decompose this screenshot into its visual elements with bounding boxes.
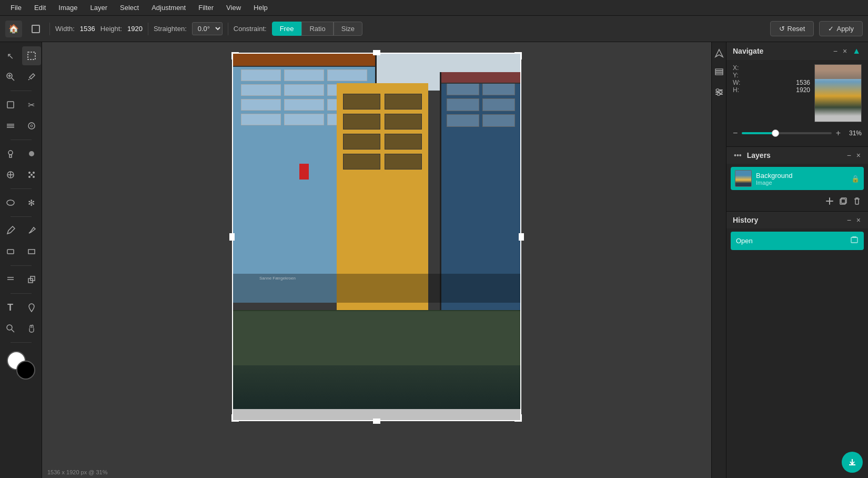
apply-button[interactable]: ✓ Apply [819, 21, 863, 36]
straighten-dropdown[interactable]: 0.0° 15° 45° [192, 22, 223, 35]
navigate-arrow-icon[interactable]: ▲ [851, 46, 862, 56]
spot-heal-tool[interactable] [22, 116, 41, 135]
menu-edit[interactable]: Edit [29, 3, 51, 13]
zoom-tool[interactable] [1, 67, 20, 86]
brush-tool[interactable] [22, 144, 41, 163]
crop-handle-tl[interactable] [231, 52, 239, 59]
select-tool[interactable]: ↖ [1, 46, 20, 65]
history-minimize[interactable]: − [846, 216, 852, 224]
history-close[interactable]: × [855, 216, 862, 224]
crop-handle-tm[interactable] [373, 50, 380, 55]
crop-handle-bm[interactable] [373, 419, 380, 424]
navigate-title: Navigate [733, 47, 763, 55]
adjustments-panel-icon[interactable] [714, 87, 724, 98]
eyedropper-tool[interactable] [22, 67, 41, 86]
height-label: Height: [100, 25, 122, 33]
navigate-close[interactable]: × [842, 46, 848, 56]
crop-tool[interactable] [1, 95, 20, 114]
photo-storefront: Sanne Færgekroen [233, 274, 520, 303]
menu-help[interactable]: Help [248, 3, 273, 13]
scissors-tool[interactable]: ✂ [22, 95, 41, 114]
smudge-tool[interactable] [1, 116, 20, 135]
menu-filter[interactable]: Filter [193, 3, 219, 13]
menu-file[interactable]: File [5, 3, 27, 13]
dropper-2-tool[interactable] [22, 298, 41, 317]
eraser-tool[interactable] [1, 242, 20, 261]
svg-point-20 [33, 172, 35, 174]
pencil-tool[interactable] [1, 221, 20, 240]
tool-row-5 [1, 144, 41, 163]
layers-footer [726, 193, 868, 211]
canvas-area[interactable]: Sanne Færgekroen 1536 x 1920 px @ 31% [42, 42, 711, 478]
history-item-open[interactable]: Open [731, 232, 864, 250]
duplicate-layer-button[interactable] [839, 196, 848, 208]
menu-select[interactable]: Select [115, 3, 144, 13]
crop-handle-ml[interactable] [229, 233, 235, 241]
crop-handle-bl[interactable] [231, 414, 239, 422]
shape-rect-tool[interactable] [22, 242, 41, 261]
layers-minimize[interactable]: − [846, 151, 852, 160]
crop-handle-tr[interactable] [514, 52, 522, 59]
svg-point-22 [33, 176, 35, 178]
tool-sep-7 [11, 342, 32, 343]
crop-handle-mr[interactable] [519, 233, 524, 241]
constraint-ratio[interactable]: Ratio [301, 22, 333, 36]
history-actions: − × [846, 216, 862, 224]
constraint-free[interactable]: Free [272, 22, 302, 36]
background-color[interactable] [16, 361, 35, 380]
layer-info: Background Image [756, 172, 847, 186]
menu-layer[interactable]: Layer [85, 3, 113, 13]
zoom-tool-2[interactable] [1, 319, 20, 338]
delete-layer-button[interactable] [852, 196, 862, 208]
tool-sep-5 [11, 265, 32, 266]
add-layer-button[interactable] [825, 196, 834, 208]
text-tool[interactable]: T [1, 298, 20, 317]
tool-sep-2 [11, 140, 32, 140]
navigate-actions: − × ▲ [832, 46, 862, 56]
zoom-slider[interactable] [742, 132, 831, 134]
photo-flag [299, 164, 309, 180]
width-value: 1536 [80, 25, 95, 33]
star-tool[interactable]: ✻ [22, 193, 41, 212]
navigate-panel-icon[interactable] [714, 48, 724, 59]
navigate-minimize[interactable]: − [832, 46, 839, 56]
pattern-tool[interactable] [22, 165, 41, 184]
layers-close[interactable]: × [855, 151, 862, 160]
svg-point-24 [7, 200, 14, 205]
status-bar: 1536 x 1920 px @ 31% [47, 469, 108, 475]
navigate-content: X: Y: W: 1536 H: 1920 [726, 60, 868, 142]
svg-rect-14 [9, 155, 12, 157]
zoom-minus[interactable]: − [733, 128, 738, 138]
history-open-label: Open [736, 237, 753, 245]
transform-tool[interactable] [22, 270, 41, 289]
layers-options[interactable]: ••• [733, 151, 743, 160]
svg-rect-47 [851, 237, 857, 243]
zoom-plus[interactable]: + [836, 128, 841, 138]
marquee-tool[interactable] [22, 46, 41, 65]
crop-mode-button[interactable] [27, 21, 44, 37]
crop-tool-2[interactable] [1, 270, 20, 289]
layer-item-background[interactable]: Background Image 🔒 [731, 167, 864, 190]
ellipse-tool[interactable] [1, 193, 20, 212]
height-value: 1920 [127, 25, 143, 33]
stamp-tool[interactable] [1, 144, 20, 163]
hand-tool[interactable] [22, 319, 41, 338]
download-button[interactable] [842, 452, 863, 473]
home-button[interactable]: 🏠 [5, 21, 22, 37]
pen-tool[interactable] [22, 221, 41, 240]
menu-view[interactable]: View [221, 3, 246, 13]
photo-dock [233, 310, 520, 365]
reset-button[interactable]: ↺ Reset [770, 21, 814, 36]
menu-image[interactable]: Image [53, 3, 83, 13]
w-row: W: 1536 [733, 79, 810, 86]
layers-panel-icon[interactable] [714, 68, 724, 79]
tool-row-2 [1, 67, 41, 86]
svg-rect-0 [32, 25, 39, 33]
svg-point-12 [31, 125, 33, 127]
heal-tool[interactable] [1, 165, 20, 184]
svg-line-6 [28, 79, 29, 80]
menu-adjustment[interactable]: Adjustment [146, 3, 191, 13]
tool-sep-4 [11, 216, 32, 217]
constraint-size[interactable]: Size [334, 22, 362, 36]
crop-handle-br[interactable] [514, 414, 522, 422]
